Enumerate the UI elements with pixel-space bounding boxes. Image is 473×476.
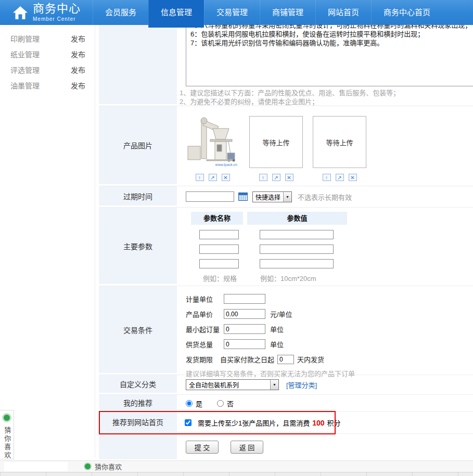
main-nav: 会员服务 信息管理 交易管理 商铺管理 网站首页 商务中心首页 bbox=[93, 0, 442, 25]
calendar-icon[interactable] bbox=[238, 192, 248, 201]
supply-total-label: 供货总量 bbox=[186, 339, 224, 349]
sidebar-item-review[interactable]: 评选管理 发布 bbox=[0, 62, 95, 78]
logo-text: 商务中心 Member Center bbox=[33, 3, 81, 22]
delivery-suffix: 天内发货 bbox=[297, 354, 324, 364]
category-selected-value: 全自动包装机系列 bbox=[189, 380, 239, 389]
sidebar-item-label[interactable]: 评选管理 bbox=[10, 62, 40, 78]
param-value-input-3[interactable] bbox=[260, 259, 334, 268]
row-product-images: 产品图片 bbox=[99, 106, 473, 186]
recommend-no-radio[interactable] bbox=[217, 400, 224, 407]
delivery-prefix: 自买家付款之日起 bbox=[220, 354, 274, 364]
recommend-label: 我的推荐 bbox=[99, 395, 177, 411]
clipped-bottom-row bbox=[0, 472, 473, 476]
upload-placeholder-box[interactable]: 等待上传 bbox=[249, 116, 303, 168]
back-button[interactable]: 返 回 bbox=[231, 441, 263, 454]
product-form: 5：八斗称量机的称量斗采用密闭式量斗的设计，可防止物料在称量时的漏料和夹料现象出… bbox=[99, 25, 473, 461]
home-icon bbox=[12, 6, 28, 20]
unit-input[interactable] bbox=[224, 294, 265, 304]
upload-placeholder-box[interactable]: 等待上传 bbox=[313, 116, 366, 168]
footer-guess-you-like[interactable]: 猜你喜欢 bbox=[85, 461, 122, 472]
delete-icon[interactable]: ✕ bbox=[285, 174, 293, 181]
expiry-date-input[interactable] bbox=[186, 191, 234, 202]
upload-icon[interactable]: ↑ bbox=[196, 174, 204, 181]
sidebar-item-print[interactable]: 印刷管理 发布 bbox=[0, 31, 95, 47]
price-suffix: 元/单位 bbox=[270, 309, 292, 319]
description-line: 6：包装机采用伺服电机拉膜和横封，使设备在运转时拉膜平稳和横封时出现； bbox=[190, 30, 473, 38]
sidebar-item-label[interactable]: 油墨管理 bbox=[10, 78, 40, 94]
param-name-input-3[interactable] bbox=[199, 259, 239, 268]
guess-you-like-vertical-label: 猜你喜欢 bbox=[3, 427, 10, 460]
param-value-input-2[interactable] bbox=[260, 245, 334, 254]
delivery-days-input[interactable] bbox=[277, 355, 294, 364]
delivery-label: 发货期限 bbox=[186, 354, 213, 364]
param-value-header: 参数值 bbox=[247, 212, 347, 225]
row-category: 自定义分类 全自动包装机系列 ▼ [管理分类] bbox=[99, 375, 473, 395]
logo-title: 商务中心 bbox=[33, 3, 81, 15]
tab-info-management[interactable]: 信息管理 bbox=[148, 0, 204, 28]
footer-bar: 猜你喜欢 bbox=[0, 460, 473, 471]
description-line: 7：该机采用光纤识别信号传输和编码器确认功能，准确率更高。 bbox=[190, 38, 473, 47]
hint-line: 2、为避免不必要的纠纷，请使用本企业图片； bbox=[180, 97, 400, 106]
param-name-example: 例如：规格 bbox=[203, 273, 237, 283]
quick-select-value: 快捷选择 bbox=[255, 192, 280, 201]
manage-category-link[interactable]: [管理分类] bbox=[286, 380, 317, 390]
homepage-text-after: 积分 bbox=[327, 418, 341, 428]
min-order-suffix: 单位 bbox=[270, 324, 284, 334]
tab-site-home[interactable]: 网站首页 bbox=[315, 0, 371, 25]
param-name-input-1[interactable] bbox=[199, 230, 239, 239]
preview-icon[interactable]: ↗ bbox=[272, 174, 280, 181]
row-description: 5：八斗称量机的称量斗采用密闭式量斗的设计，可防止物料在称量时的漏料和夹料现象出… bbox=[99, 25, 473, 106]
supply-total-suffix: 单位 bbox=[270, 339, 284, 349]
product-photo[interactable]: www.lpack.cn bbox=[186, 116, 239, 168]
price-input[interactable] bbox=[224, 309, 265, 319]
param-name-input-2[interactable] bbox=[199, 245, 239, 254]
preview-icon[interactable]: ↗ bbox=[336, 174, 344, 181]
description-textarea[interactable]: 5：八斗称量机的称量斗采用密闭式量斗的设计，可防止物料在称量时的漏料和夹料现象出… bbox=[186, 19, 473, 86]
sidebar-publish-link[interactable]: 发布 bbox=[71, 78, 85, 94]
sidebar-publish-link[interactable]: 发布 bbox=[71, 31, 85, 47]
chevron-down-icon: ▼ bbox=[270, 380, 278, 390]
submit-button[interactable]: 提 交 bbox=[186, 441, 219, 454]
footer-white-box bbox=[4, 462, 68, 471]
upload-icon[interactable]: ↑ bbox=[323, 174, 331, 181]
image-slot-2: 等待上传 ↑ ↗ ✕ bbox=[249, 116, 303, 181]
param-value-input-1[interactable] bbox=[260, 230, 334, 239]
chevron-down-icon: ▼ bbox=[283, 192, 291, 202]
expiry-label: 过期时间 bbox=[99, 186, 177, 207]
category-label: 自定义分类 bbox=[99, 375, 177, 394]
row-my-recommend: 我的推荐 是 否 bbox=[99, 395, 473, 412]
sidebar-item-label[interactable]: 印刷管理 bbox=[10, 31, 40, 47]
tab-trade-management[interactable]: 交易管理 bbox=[204, 0, 260, 25]
sidebar-publish-link[interactable]: 发布 bbox=[71, 47, 85, 62]
row-buttons: 提 交 返 回 bbox=[99, 434, 473, 461]
min-order-input[interactable] bbox=[224, 324, 265, 334]
tab-member-service[interactable]: 会员服务 bbox=[93, 0, 148, 25]
sidebar-item-paper[interactable]: 纸业管理 发布 bbox=[0, 47, 95, 62]
sidebar-publish-link[interactable]: 发布 bbox=[71, 62, 85, 78]
footer-guess-label: 猜你喜欢 bbox=[95, 461, 122, 471]
tab-member-center-home[interactable]: 商务中心首页 bbox=[371, 0, 442, 25]
homepage-recommend-checkbox[interactable] bbox=[185, 419, 191, 426]
delete-icon[interactable]: ✕ bbox=[222, 174, 230, 181]
recommend-yes-radio[interactable] bbox=[186, 400, 193, 407]
guess-you-like-tab[interactable]: 猜你喜欢 bbox=[0, 410, 14, 459]
row-params: 主要参数 参数名称 参数值 bbox=[99, 208, 473, 286]
points-value: 100 bbox=[312, 419, 324, 427]
buttons-label-cell bbox=[99, 434, 177, 461]
expiry-hint: 不选表示长期有效 bbox=[298, 192, 352, 202]
delete-icon[interactable]: ✕ bbox=[349, 174, 357, 181]
category-dropdown[interactable]: 全自动包装机系列 ▼ bbox=[186, 379, 279, 390]
supply-total-input[interactable] bbox=[224, 339, 265, 349]
logo[interactable]: 商务中心 Member Center bbox=[0, 0, 93, 25]
param-value-example: 例如：10cm*20cm bbox=[260, 273, 316, 283]
sidebar-item-label[interactable]: 纸业管理 bbox=[10, 47, 40, 62]
param-name-header: 参数名称 bbox=[191, 212, 243, 225]
hint-line: 1、建议您描述以下方面：产品的性能及优点、用途、售后服务、包装等； bbox=[180, 88, 400, 97]
top-header: 商务中心 Member Center 会员服务 信息管理 交易管理 商铺管理 网… bbox=[0, 0, 473, 25]
preview-icon[interactable]: ↗ bbox=[209, 174, 217, 181]
tab-shop-management[interactable]: 商铺管理 bbox=[260, 0, 315, 25]
upload-icon[interactable]: ↑ bbox=[259, 174, 267, 181]
quick-select-dropdown[interactable]: 快捷选择 ▼ bbox=[252, 191, 292, 202]
product-images-label: 产品图片 bbox=[99, 106, 177, 186]
sidebar-item-ink[interactable]: 油墨管理 发布 bbox=[0, 78, 95, 94]
